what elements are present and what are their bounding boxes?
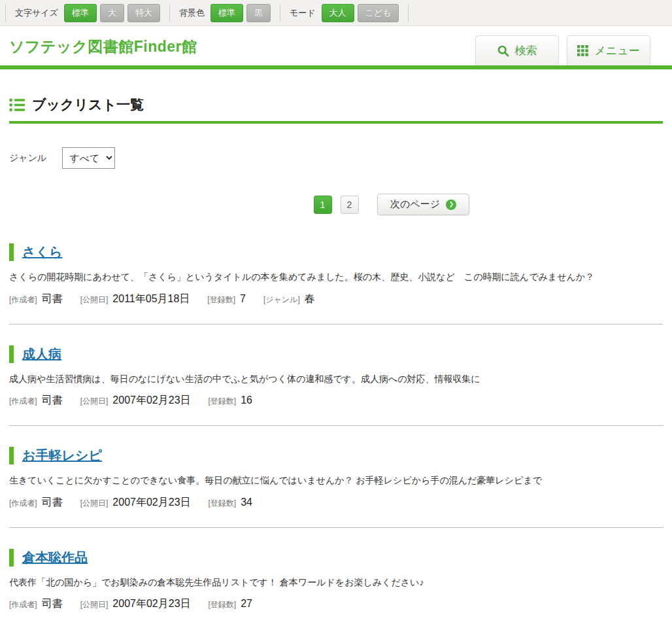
- toolbar-option-標準[interactable]: 標準: [210, 4, 243, 22]
- site-title: ソフテック図書館Finder館: [9, 37, 197, 57]
- search-button[interactable]: 検索: [475, 35, 559, 65]
- meta-value: 司書: [42, 496, 63, 510]
- font-size-label: 文字サイズ: [15, 7, 58, 19]
- meta-pair: [ジャンル]春: [263, 292, 315, 306]
- meta-value: 司書: [42, 394, 63, 408]
- meta-label: [公開日]: [80, 599, 109, 610]
- genre-filter-row: ジャンル すべて: [9, 147, 663, 169]
- book-title-row: 成人病: [9, 345, 663, 363]
- accent-bar: [9, 447, 14, 464]
- book-meta-row: [作成者]司書[公開日]2007年02月23日[登録数]16: [9, 394, 663, 408]
- toolbar-option-大[interactable]: 大: [100, 4, 124, 22]
- search-icon: [497, 45, 509, 57]
- accent-bar: [9, 549, 14, 567]
- book-title-link[interactable]: 成人病: [22, 345, 61, 363]
- chevron-right-icon: ❯: [446, 200, 456, 210]
- meta-pair: [作成者]司書: [9, 292, 63, 306]
- main-content: ブックリスト一覧 ジャンル すべて 12 次のページ ❯ さくら さくらの開花時…: [0, 96, 672, 628]
- meta-pair: [登録数]27: [209, 598, 252, 610]
- header-tabs: 検索 メニュー: [475, 35, 650, 65]
- meta-pair: [作成者]司書: [9, 496, 63, 510]
- meta-label: [登録数]: [209, 396, 237, 407]
- meta-label: [ジャンル]: [263, 294, 300, 305]
- menu-grid-icon: [577, 45, 588, 56]
- menu-button-label: メニュー: [594, 43, 639, 58]
- book-description: 生きていくことに欠かすことのできない食事。毎日の献立に悩んではいませんか？ お手…: [9, 474, 663, 487]
- next-page-button[interactable]: 次のページ ❯: [377, 194, 469, 215]
- meta-label: [作成者]: [9, 396, 37, 407]
- mode-label: モード: [290, 7, 316, 19]
- meta-value: 2007年02月23日: [112, 496, 190, 510]
- book-list-item: 倉本聡作品 代表作「北の国から」でお馴染みの倉本聡先生作品リストです！ 倉本ワー…: [9, 528, 663, 628]
- font-size-group: 文字サイズ 標準大特大: [7, 4, 168, 22]
- page-title: ブックリスト一覧: [32, 96, 144, 114]
- book-title-row: お手軽レシピ: [9, 447, 663, 464]
- meta-pair: [作成者]司書: [9, 394, 63, 408]
- meta-pair: [公開日]2007年02月23日: [80, 496, 191, 510]
- bg-color-group: 背景色 標準黒: [171, 4, 278, 22]
- book-title-link[interactable]: 倉本聡作品: [22, 549, 88, 567]
- page-number-2[interactable]: 2: [341, 196, 359, 214]
- meta-value: 2011年05月18日: [112, 292, 190, 306]
- accent-bar: [9, 345, 14, 363]
- divider: [5, 5, 6, 22]
- book-list-item: 成人病 成人病や生活習慣病は、毎日のなにげない生活の中でふと気がつく体の違和感で…: [9, 324, 663, 427]
- meta-value: 司書: [42, 292, 63, 306]
- meta-pair: [公開日]2007年02月23日: [80, 597, 191, 611]
- toolbar-option-大人[interactable]: 大人: [322, 4, 354, 22]
- meta-pair: [公開日]2011年05月18日: [80, 292, 190, 306]
- meta-pair: [登録数]7: [207, 293, 246, 305]
- meta-value: 7: [240, 293, 246, 305]
- accent-bar: [9, 243, 14, 261]
- book-description: 成人病や生活習慣病は、毎日のなにげない生活の中でふと気がつく体の違和感です。成人…: [9, 373, 663, 386]
- genre-select[interactable]: すべて: [62, 147, 115, 169]
- search-button-label: 検索: [515, 43, 537, 58]
- meta-pair: [登録数]34: [209, 497, 252, 509]
- meta-value: 2007年02月23日: [112, 394, 190, 408]
- book-meta-row: [作成者]司書[公開日]2011年05月18日[登録数]7[ジャンル]春: [9, 292, 663, 306]
- meta-label: [作成者]: [9, 599, 37, 610]
- toolbar-option-黒[interactable]: 黒: [246, 4, 271, 22]
- meta-value: 16: [241, 394, 252, 406]
- pagination: 12 次のページ ❯: [9, 194, 663, 216]
- meta-value: 春: [305, 292, 315, 306]
- bg-color-label: 背景色: [179, 7, 205, 19]
- meta-label: [作成者]: [9, 294, 37, 305]
- meta-pair: [登録数]16: [209, 394, 252, 407]
- meta-label: [登録数]: [207, 294, 235, 305]
- page-number-1[interactable]: 1: [314, 196, 332, 214]
- menu-button[interactable]: メニュー: [567, 35, 650, 65]
- toolbar-option-こども[interactable]: こども: [358, 4, 399, 22]
- meta-value: 司書: [42, 597, 63, 611]
- genre-filter-label: ジャンル: [9, 152, 46, 164]
- meta-label: [登録数]: [209, 599, 237, 610]
- book-list: さくら さくらの開花時期にあわせて、「さくら」というタイトルの本を集めてみました…: [9, 222, 663, 628]
- book-title-link[interactable]: さくら: [22, 243, 62, 261]
- book-title-row: 倉本聡作品: [9, 549, 663, 567]
- meta-value: 27: [241, 598, 252, 610]
- next-page-label: 次のページ: [390, 198, 440, 211]
- divider: [169, 5, 170, 22]
- meta-label: [公開日]: [80, 498, 109, 509]
- meta-value: 2007年02月23日: [112, 597, 190, 611]
- book-description: 代表作「北の国から」でお馴染みの倉本聡先生作品リストです！ 倉本ワールドをお楽し…: [9, 576, 663, 589]
- mode-group: モード 大人こども: [282, 4, 407, 22]
- toolbar-option-標準[interactable]: 標準: [64, 4, 97, 22]
- book-title-link[interactable]: お手軽レシピ: [22, 447, 102, 464]
- meta-label: [登録数]: [209, 498, 237, 509]
- book-meta-row: [作成者]司書[公開日]2007年02月23日[登録数]27: [9, 597, 663, 611]
- book-list-item: お手軽レシピ 生きていくことに欠かすことのできない食事。毎日の献立に悩んではいま…: [9, 426, 663, 528]
- divider: [280, 5, 280, 22]
- meta-label: [公開日]: [80, 294, 109, 305]
- toolbar-option-特大[interactable]: 特大: [127, 4, 160, 22]
- accessibility-toolbar: 文字サイズ 標準大特大 背景色 標準黒 モード 大人こども: [0, 0, 672, 26]
- meta-label: [公開日]: [80, 396, 109, 407]
- list-icon: [9, 98, 25, 112]
- page-number-list: 12: [9, 194, 663, 214]
- book-meta-row: [作成者]司書[公開日]2007年02月23日[登録数]34: [9, 496, 663, 510]
- book-description: さくらの開花時期にあわせて、「さくら」というタイトルの本を集めてみました。桜の木…: [9, 271, 663, 284]
- meta-pair: [公開日]2007年02月23日: [80, 394, 191, 408]
- meta-value: 34: [241, 497, 252, 508]
- site-header: ソフテック図書館Finder館 検索 メニュー: [0, 26, 672, 69]
- meta-label: [作成者]: [9, 498, 37, 509]
